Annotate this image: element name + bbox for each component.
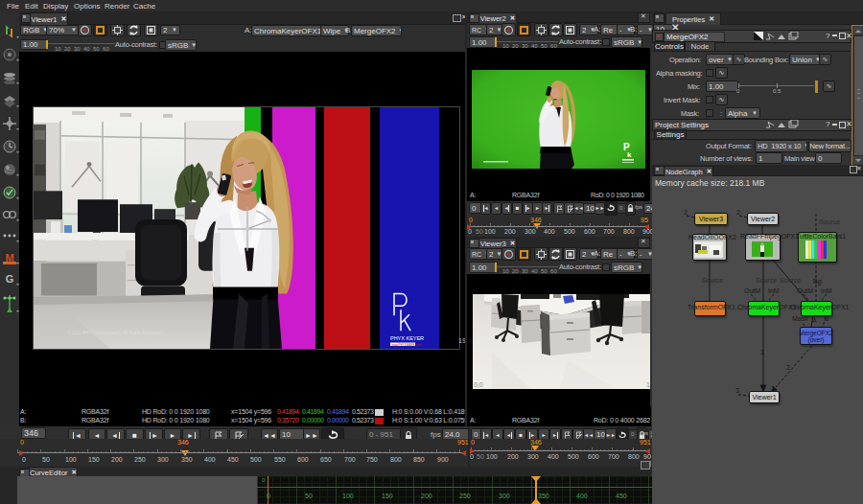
svg-text:© 2012 PHYX Incorporated. All: © 2012 PHYX Incorporated. All Rights Res… bbox=[67, 330, 162, 335]
svg-text:www.PHYXWARE.com: www.PHYXWARE.com bbox=[392, 343, 422, 347]
svg-text:1: 1 bbox=[646, 381, 650, 388]
svg-text:PHYX KEYER: PHYX KEYER bbox=[390, 335, 424, 341]
svg-text:k: k bbox=[627, 150, 632, 159]
svg-text:0,0: 0,0 bbox=[474, 381, 483, 388]
svg-text:M: M bbox=[5, 252, 13, 263]
svg-text:G: G bbox=[6, 273, 14, 285]
